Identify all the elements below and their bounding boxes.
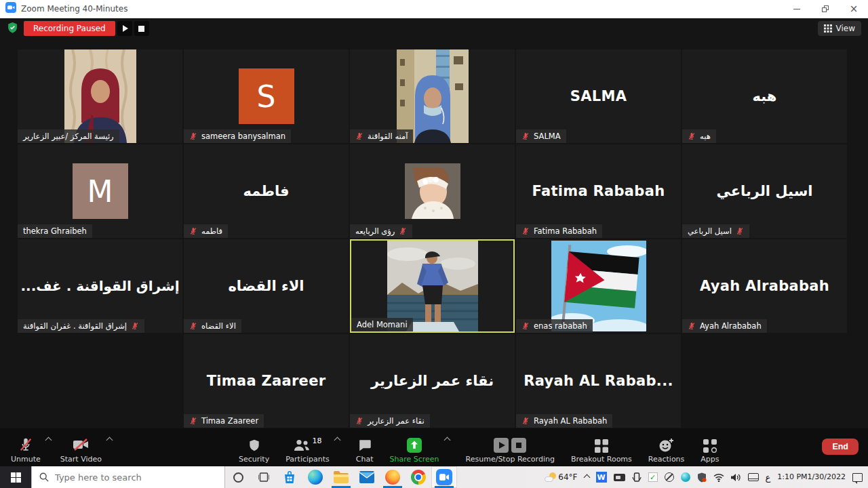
start-video-button[interactable]: Start Video — [60, 432, 102, 464]
participant-name-tag: نقاء عمر الزعارير — [350, 414, 430, 428]
taskbar-app-store[interactable] — [277, 466, 302, 488]
windows-security-tray-icon[interactable] — [697, 472, 707, 483]
resume-stop-recording-button[interactable]: Resume/Stop Recording — [466, 432, 555, 464]
participant-tile-active-speaker[interactable]: Adel Momani — [350, 239, 515, 333]
participant-name-tag: Adel Momani — [351, 318, 413, 331]
tray-expand-button[interactable] — [585, 475, 589, 480]
participant-tile[interactable]: هبه هبه — [682, 49, 847, 143]
muted-mic-icon — [521, 227, 530, 235]
taskbar-app-edge[interactable] — [302, 466, 328, 488]
share-screen-button[interactable]: Share Screen — [390, 432, 439, 464]
minimize-button[interactable] — [783, 0, 811, 18]
search-input[interactable] — [55, 472, 204, 483]
weather-widget[interactable]: 64°F — [545, 472, 577, 482]
minimize-icon — [793, 9, 800, 9]
participant-name-tag: thekra Ghraibeh — [18, 224, 92, 238]
share-options-chevron[interactable] — [443, 437, 450, 444]
participant-name: آمنه القواقنة — [368, 131, 408, 141]
meeting-topbar: Recording Paused View — [0, 18, 868, 39]
unmute-button[interactable]: Unmute — [11, 432, 41, 464]
task-view-button[interactable] — [251, 466, 277, 488]
taskbar-clock[interactable]: 1:10 PM 1/30/2022 — [777, 472, 846, 482]
meeting-info-shield-button[interactable] — [7, 22, 18, 36]
participant-tile[interactable]: اسيل الرباعي اسيل الرباعي — [682, 144, 847, 238]
security-button[interactable]: Security — [239, 432, 269, 464]
participant-name: نقاء عمر الزعارير — [368, 416, 425, 426]
phone-link-tray-icon[interactable] — [632, 472, 642, 482]
microsoft-store-icon — [282, 470, 297, 485]
battery-tray-icon[interactable] — [614, 474, 625, 481]
avatar-initial: M — [73, 163, 128, 219]
participant-tile[interactable]: Fatima Rababah Fatima Rababah — [516, 144, 681, 238]
taskbar-app-mail[interactable] — [354, 466, 380, 488]
close-button[interactable]: × — [840, 0, 868, 18]
participant-tile[interactable]: فاطمه فاطمه — [184, 144, 349, 238]
view-button[interactable]: View — [818, 21, 861, 36]
participant-name-tag: sameera banysalman — [184, 129, 291, 143]
resume-recording-button[interactable] — [117, 21, 132, 36]
participant-tile[interactable]: S sameera banysalman — [184, 49, 349, 143]
participant-tile[interactable]: Ayah Alrababah Ayah Alrababah — [682, 239, 847, 333]
zoom-taskbar-icon — [436, 469, 452, 485]
start-button[interactable] — [0, 466, 31, 488]
video-off-icon — [72, 436, 90, 453]
taskbar-app-file-explorer[interactable] — [328, 466, 354, 488]
stop-recording-icon — [511, 438, 526, 453]
participant-name: sameera banysalman — [201, 131, 285, 141]
participant-tile[interactable]: الاء القضاه الاء القضاه — [184, 239, 349, 333]
participants-button[interactable]: 18 Participants — [285, 432, 330, 464]
participant-tile[interactable]: آمنه القواقنة — [350, 49, 515, 143]
sync-ok-tray-icon[interactable]: ✓ — [648, 472, 658, 482]
restore-button[interactable] — [811, 0, 840, 18]
language-indicator[interactable]: ع — [766, 472, 771, 483]
touchpad-icon — [748, 473, 759, 481]
cortana-button[interactable] — [225, 466, 251, 488]
participant-tile[interactable]: نقاء عمر الزعارير نقاء عمر الزعارير — [350, 334, 515, 428]
unmute-options-chevron[interactable] — [45, 437, 52, 444]
muted-mic-icon — [521, 132, 530, 140]
view-label: View — [836, 24, 855, 33]
taskbar-app-zoom[interactable] — [431, 466, 457, 488]
volume-tray-icon[interactable] — [731, 473, 741, 482]
participant-tile[interactable]: رؤى الربايعه — [350, 144, 515, 238]
windows-logo-icon — [11, 472, 21, 483]
participant-tile[interactable]: M thekra Ghraibeh — [18, 144, 182, 238]
clock-date: 1/30/2022 — [808, 472, 846, 482]
taskbar-search[interactable] — [31, 466, 225, 488]
apps-button[interactable]: Apps — [701, 432, 719, 464]
stop-recording-button[interactable] — [134, 21, 149, 36]
participant-name: Timaa Zaareer — [201, 416, 258, 426]
wifi-tray-icon[interactable] — [713, 473, 724, 482]
breakout-rooms-button[interactable]: Breakout Rooms — [571, 432, 632, 464]
disabled-pen-tray-icon[interactable] — [665, 472, 674, 482]
chat-button[interactable]: Chat — [356, 432, 374, 464]
reactions-button[interactable]: Reactions — [648, 432, 685, 464]
end-meeting-button[interactable]: End — [822, 439, 859, 455]
participant-tile[interactable]: إشراق القواقنة . غف... إشراق القواقنة . … — [18, 239, 182, 333]
participants-options-chevron[interactable] — [334, 437, 340, 444]
cortana-icon — [233, 472, 243, 483]
participant-name: اسيل الرباعي — [688, 226, 732, 236]
participant-tile[interactable]: enas rababah — [516, 239, 681, 333]
firefox-icon — [385, 470, 400, 485]
participant-name: Ayah Alrababah — [700, 321, 762, 331]
taskbar-app-firefox[interactable] — [380, 466, 406, 488]
edge-icon — [308, 470, 323, 485]
participant-tile[interactable]: رئيسة المركز /عبير الزعارير — [18, 49, 182, 143]
search-icon — [39, 472, 49, 482]
participant-name-tag: Timaa Zaareer — [184, 414, 264, 428]
participant-tile[interactable]: SALMA هبه SALMA — [516, 49, 681, 143]
action-center-icon — [852, 473, 863, 482]
video-options-chevron[interactable] — [106, 437, 113, 444]
touchpad-tray-icon[interactable] — [748, 473, 759, 481]
security-shield-icon — [248, 438, 261, 453]
word-app-tray-icon[interactable]: W — [596, 472, 607, 483]
muted-mic-icon — [355, 417, 363, 425]
participant-tile[interactable]: Timaa Zaareer Timaa Zaareer — [184, 334, 349, 428]
action-center-button[interactable] — [852, 473, 863, 482]
taskbar-app-chrome[interactable] — [406, 466, 431, 488]
network-orb-tray-icon[interactable] — [681, 472, 690, 482]
zoom-meeting-window: Zoom Meeting 40-Minutes × Recording Paus… — [0, 0, 868, 488]
participant-tile[interactable]: Rayah AL Rabab... Rayah AL Rababah — [516, 334, 681, 428]
participant-name-tag: إشراق القواقنة . غفران القواقنة — [18, 319, 144, 333]
